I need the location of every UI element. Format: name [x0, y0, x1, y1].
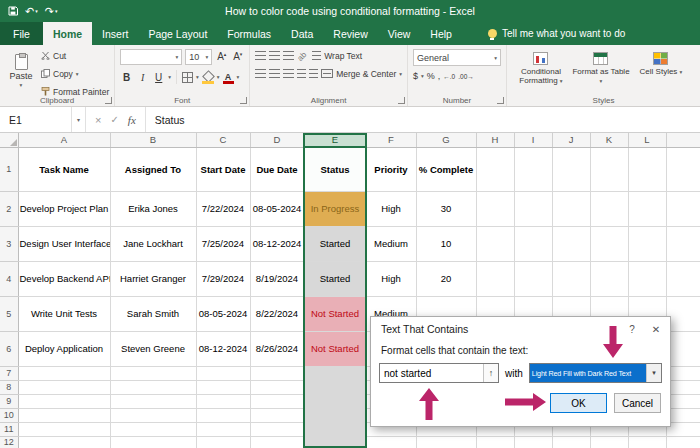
cell-F3[interactable]: Medium [366, 226, 416, 261]
cell-L12[interactable] [628, 436, 666, 448]
column-header-c[interactable]: C [196, 133, 250, 147]
tab-file[interactable]: File [0, 22, 43, 45]
cell-A8[interactable] [18, 380, 110, 394]
cell-D12[interactable] [250, 436, 304, 448]
cell-H1[interactable] [476, 147, 514, 191]
cell-B11[interactable] [110, 422, 196, 436]
cell-K12[interactable] [590, 436, 628, 448]
cell-M5[interactable] [666, 296, 700, 331]
number-dialog-launcher-icon[interactable] [497, 97, 504, 104]
contains-text-input[interactable]: not started ↑ [379, 363, 499, 383]
select-all-button[interactable] [0, 133, 18, 147]
cell-L1[interactable] [628, 147, 666, 191]
cell-L3[interactable] [628, 226, 666, 261]
cell-A4[interactable]: Develop Backend API [18, 261, 110, 296]
dialog-close-button[interactable]: ✕ [644, 324, 668, 335]
cell-E3[interactable]: Started [304, 226, 366, 261]
cell-C9[interactable] [196, 394, 250, 408]
row-header-3[interactable]: 3 [0, 226, 18, 261]
row-header-11[interactable]: 11 [0, 422, 18, 436]
cell-B9[interactable] [110, 394, 196, 408]
cell-I3[interactable] [514, 226, 552, 261]
column-header-k[interactable]: K [590, 133, 628, 147]
cell-D9[interactable] [250, 394, 304, 408]
cell-M1[interactable] [666, 147, 700, 191]
cut-button[interactable]: Cut [41, 49, 109, 62]
copy-button[interactable]: Copy ▾ [41, 67, 109, 80]
borders-icon[interactable] [182, 72, 193, 83]
cell-M4[interactable] [666, 261, 700, 296]
cell-G1[interactable]: % Complete [416, 147, 476, 191]
ok-button[interactable]: OK [550, 393, 607, 413]
cell-M6[interactable] [666, 331, 700, 366]
tab-review[interactable]: Review [323, 22, 377, 45]
cell-D4[interactable]: 8/19/2024 [250, 261, 304, 296]
cell-I4[interactable] [514, 261, 552, 296]
name-box[interactable]: E1 ▾ [0, 107, 86, 132]
cell-M2[interactable] [666, 191, 700, 226]
tab-home[interactable]: Home [43, 22, 92, 45]
row-header-12[interactable]: 12 [0, 436, 18, 448]
cell-M3[interactable] [666, 226, 700, 261]
cell-M7[interactable] [666, 366, 700, 380]
cell-A7[interactable] [18, 366, 110, 380]
confirm-entry-icon[interactable]: ✓ [110, 114, 118, 125]
cell-D7[interactable] [250, 366, 304, 380]
tell-me-box[interactable]: Tell me what you want to do [488, 22, 625, 45]
align-right-icon[interactable] [283, 69, 294, 78]
column-header-i[interactable]: I [514, 133, 552, 147]
number-format-select[interactable]: General▾ [413, 49, 501, 66]
cell-J3[interactable] [552, 226, 590, 261]
conditional-formatting-button[interactable]: Conditional Formatting ▾ [512, 49, 570, 85]
cell-E4[interactable]: Started [304, 261, 366, 296]
cell-J12[interactable] [552, 436, 590, 448]
increase-font-size-button[interactable]: A▴ [215, 51, 228, 62]
cell-F1[interactable]: Priority [366, 147, 416, 191]
cell-B7[interactable] [110, 366, 196, 380]
column-header-h[interactable]: H [476, 133, 514, 147]
align-center-icon[interactable] [269, 69, 280, 78]
cell-G4[interactable]: 20 [416, 261, 476, 296]
column-header-g[interactable]: G [416, 133, 476, 147]
cell-K2[interactable] [590, 191, 628, 226]
cell-B1[interactable]: Assigned To [110, 147, 196, 191]
dialog-title-bar[interactable]: Text That Contains ? ✕ [371, 317, 670, 341]
italic-button[interactable]: I [136, 72, 149, 83]
format-style-dropdown[interactable]: Light Red Fill with Dark Red Text ▾ [529, 363, 662, 383]
font-size-select[interactable]: 10▾ [185, 49, 212, 65]
cell-E12[interactable] [304, 436, 366, 448]
cell-D10[interactable] [250, 408, 304, 422]
tab-formulas[interactable]: Formulas [217, 22, 281, 45]
cell-K3[interactable] [590, 226, 628, 261]
cell-D1[interactable]: Due Date [250, 147, 304, 191]
accounting-format-icon[interactable]: $ [413, 71, 418, 81]
cell-C7[interactable] [196, 366, 250, 380]
font-color-icon[interactable]: A [223, 72, 234, 82]
cell-E6[interactable]: Not Started [304, 331, 366, 366]
wrap-text-button[interactable]: Wrap Text [312, 49, 362, 62]
cell-A5[interactable]: Write Unit Tests [18, 296, 110, 331]
collapse-dialog-icon[interactable]: ↑ [483, 364, 498, 382]
row-header-5[interactable]: 5 [0, 296, 18, 331]
row-header-6[interactable]: 6 [0, 331, 18, 366]
cell-D8[interactable] [250, 380, 304, 394]
column-header-e[interactable]: E [304, 133, 366, 147]
percent-style-icon[interactable]: % [427, 71, 435, 81]
font-color-dropdown-icon[interactable]: ▾ [237, 74, 240, 80]
cell-C10[interactable] [196, 408, 250, 422]
decrease-decimal-icon[interactable]: .00→ [458, 73, 474, 80]
decrease-indent-icon[interactable] [297, 69, 306, 78]
cell-E8[interactable] [304, 380, 366, 394]
paste-button[interactable]: Paste ▾ [5, 49, 37, 93]
underline-dropdown-icon[interactable]: ▾ [168, 74, 171, 80]
cell-B5[interactable]: Sarah Smith [110, 296, 196, 331]
cell-B10[interactable] [110, 408, 196, 422]
align-top-icon[interactable] [255, 51, 266, 60]
dialog-help-button[interactable]: ? [620, 324, 644, 335]
cancel-entry-icon[interactable]: × [95, 114, 101, 126]
cell-B4[interactable]: Harriet Granger [110, 261, 196, 296]
cell-E9[interactable] [304, 394, 366, 408]
cell-J2[interactable] [552, 191, 590, 226]
column-header-j[interactable]: J [552, 133, 590, 147]
cell-E5[interactable]: Not Started [304, 296, 366, 331]
